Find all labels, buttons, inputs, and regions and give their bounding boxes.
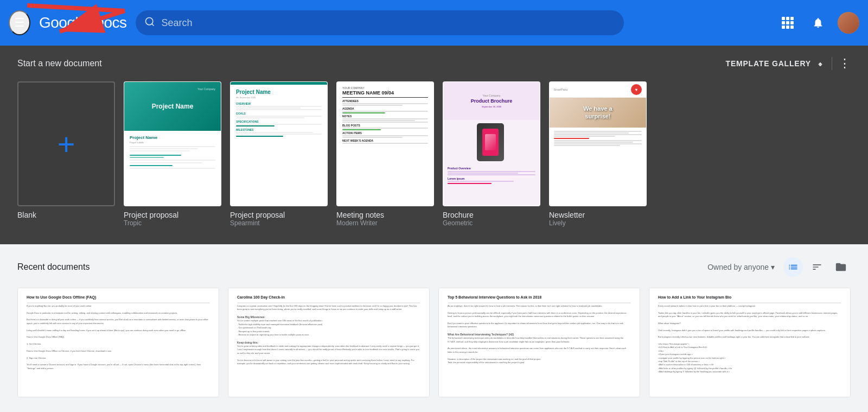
plus-icon: + — [58, 126, 75, 162]
sort-icon — [812, 262, 822, 272]
template-project-proposal-sub: Tropic — [124, 219, 142, 227]
template-meeting-notes-name: Meeting notes — [336, 211, 384, 219]
folder-view-button[interactable] — [831, 257, 851, 277]
avatar[interactable] — [838, 12, 859, 34]
logo-docs-text: Docs — [93, 14, 127, 31]
blank-thumbnail[interactable]: + — [17, 81, 115, 206]
newsletter-thumbnail[interactable]: SmartPicks ♥ We have asurprise! — [549, 81, 647, 206]
doc-1-title: How to Use Google Docs Offline (FAQ) — [27, 295, 210, 300]
svg-line-4 — [151, 23, 154, 26]
template-blank[interactable]: + Blank — [17, 81, 115, 227]
start-section-header: Start a new document TEMPLATE GALLERY ⋮ — [17, 56, 851, 71]
template-brochure-sub: Geometric — [443, 219, 473, 227]
hamburger-icon: ☰ — [14, 16, 25, 30]
avatar-image — [838, 12, 859, 34]
svg-point-3 — [145, 17, 152, 24]
meeting-notes-thumbnail[interactable]: YOUR COMPANY MEETING NAME 09/04 ATTENDEE… — [336, 81, 434, 206]
sort-button[interactable] — [807, 257, 827, 277]
doc-preview-3: Top 5 Behavioral Interview Questions to … — [439, 288, 640, 397]
bell-icon — [812, 17, 824, 29]
more-icon: ⋮ — [839, 56, 851, 70]
doc-card-1[interactable]: How to Use Google Docs Offline (FAQ) If … — [17, 288, 219, 397]
logo-google-text: Google — [39, 14, 86, 31]
template-spearmint-name: Project proposal — [230, 211, 285, 219]
recent-controls: Owned by anyone ▾ — [703, 257, 851, 277]
project-proposal-spearmint-thumbnail[interactable]: Project Name 4th September 2000 OVERVIEW… — [230, 81, 328, 206]
templates-row: + Blank Your Company Project Name Projec… — [17, 81, 851, 227]
template-newsletter-name: Newsletter — [549, 211, 585, 219]
list-view-button[interactable] — [783, 257, 803, 277]
template-brochure[interactable]: Your Company Product Brochure September … — [443, 81, 540, 227]
owned-by-label: Owned by anyone — [707, 263, 769, 271]
search-icon — [144, 16, 155, 30]
start-section-title: Start a new document — [17, 59, 102, 68]
doc-3-title: Top 5 Behavioral Interview Questions to … — [448, 295, 631, 300]
app-logo: Google Docs — [39, 14, 127, 31]
doc-card-2[interactable]: Carolina 100 Day Check-In Congrats on a … — [228, 288, 430, 397]
template-project-proposal-tropic[interactable]: Your Company Project Name Project Name P… — [124, 81, 221, 227]
doc-preview-4: How to Add a Link to Your Instagram Bio … — [649, 288, 850, 397]
list-view-icon — [788, 262, 799, 272]
grid-icon — [782, 17, 794, 29]
header-actions — [777, 12, 859, 34]
template-project-proposal-name: Project proposal — [124, 211, 178, 219]
search-input[interactable] — [162, 17, 615, 29]
project-proposal-tropic-thumbnail[interactable]: Your Company Project Name Project Name P… — [124, 81, 221, 206]
template-newsletter-sub: Lively — [549, 219, 566, 227]
folder-icon — [835, 261, 847, 273]
doc-2-title: Carolina 100 Day Check-In — [237, 295, 420, 300]
menu-button[interactable]: ☰ — [9, 10, 30, 35]
header-divider — [832, 57, 832, 70]
template-meeting-notes-sub: Modern Writer — [336, 219, 378, 227]
doc-card-4[interactable]: How to Add a Link to Your Instagram Bio … — [649, 288, 851, 397]
doc-4-title: How to Add a Link to Your Instagram Bio — [658, 295, 841, 300]
template-project-proposal-spearmint[interactable]: Project Name 4th September 2000 OVERVIEW… — [230, 81, 328, 227]
template-gallery-label: TEMPLATE GALLERY — [726, 59, 811, 68]
app-header: ☰ Google Docs — [0, 0, 868, 46]
recent-docs-grid: How to Use Google Docs Offline (FAQ) If … — [17, 288, 851, 397]
template-newsletter[interactable]: SmartPicks ♥ We have asurprise! — [549, 81, 647, 227]
notifications-button[interactable] — [807, 12, 829, 34]
doc-preview-1: How to Use Google Docs Offline (FAQ) If … — [18, 288, 219, 397]
recent-documents-section: Recent documents Owned by anyone ▾ — [0, 244, 868, 410]
recent-section-header: Recent documents Owned by anyone ▾ — [17, 257, 851, 277]
template-meeting-notes[interactable]: YOUR COMPANY MEETING NAME 09/04 ATTENDEE… — [336, 81, 434, 227]
template-spearmint-sub: Spearmint — [230, 219, 260, 227]
brochure-thumbnail[interactable]: Your Company Product Brochure September … — [443, 81, 540, 206]
recent-section-title: Recent documents — [17, 262, 90, 272]
owned-by-dropdown[interactable]: Owned by anyone ▾ — [703, 259, 779, 275]
doc-card-3[interactable]: Top 5 Behavioral Interview Questions to … — [438, 288, 640, 397]
apps-grid-button[interactable] — [777, 12, 799, 34]
doc-preview-2: Carolina 100 Day Check-In Congrats on a … — [228, 288, 429, 397]
template-gallery-button[interactable]: TEMPLATE GALLERY — [726, 59, 825, 68]
search-bar[interactable] — [136, 10, 624, 35]
template-brochure-name: Brochure — [443, 211, 474, 219]
dropdown-chevron: ▾ — [771, 263, 775, 271]
chevron-up-down-icon — [815, 59, 825, 68]
template-blank-name: Blank — [17, 211, 36, 219]
more-options-button[interactable]: ⋮ — [839, 56, 851, 71]
start-new-document-section: Start a new document TEMPLATE GALLERY ⋮ … — [0, 46, 868, 244]
